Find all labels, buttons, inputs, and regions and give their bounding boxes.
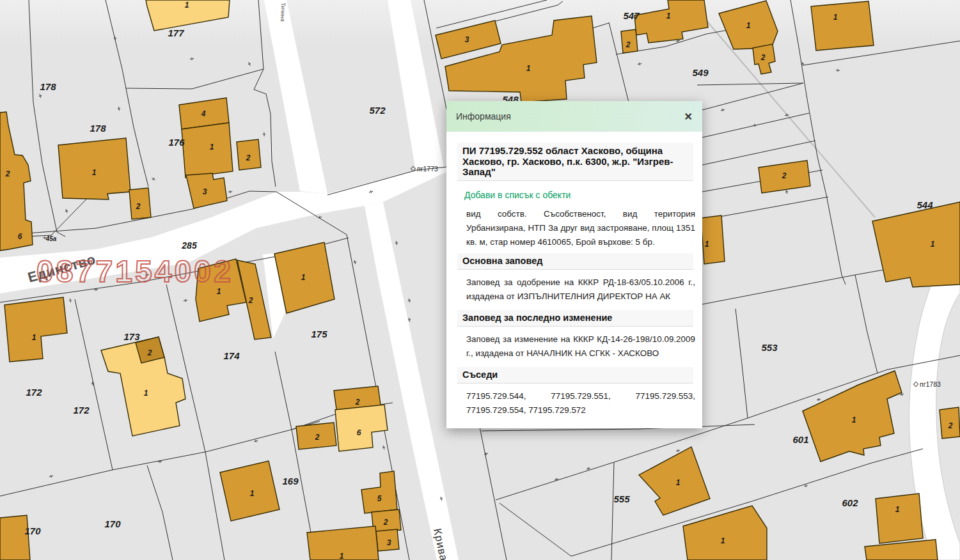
svg-text:3: 3: [387, 538, 391, 547]
svg-text:175: 175: [311, 329, 327, 339]
svg-text:572: 572: [369, 105, 386, 116]
svg-text:6: 6: [18, 232, 22, 241]
svg-text:3: 3: [203, 187, 207, 196]
svg-text:2: 2: [626, 40, 631, 49]
svg-text:170: 170: [24, 525, 41, 536]
svg-text:1: 1: [746, 21, 751, 30]
svg-text:1: 1: [250, 489, 255, 498]
svg-text:1: 1: [301, 273, 306, 282]
svg-text:4: 4: [201, 109, 206, 118]
svg-text:601: 601: [792, 434, 808, 445]
svg-text:1: 1: [931, 240, 935, 249]
svg-text:2: 2: [760, 53, 766, 62]
svg-text:2: 2: [948, 421, 953, 430]
svg-text:1: 1: [676, 478, 681, 487]
svg-text:пг1783: пг1783: [920, 380, 941, 388]
svg-text:547: 547: [623, 10, 640, 21]
svg-text:1: 1: [32, 333, 36, 342]
svg-text:1: 1: [895, 505, 900, 514]
svg-text:2: 2: [246, 153, 251, 162]
svg-text:172: 172: [26, 387, 42, 398]
svg-text:1: 1: [721, 536, 725, 545]
svg-text:1: 1: [852, 416, 856, 424]
svg-text:1: 1: [833, 13, 838, 22]
svg-text:176: 176: [168, 137, 185, 148]
svg-text:2: 2: [315, 433, 320, 442]
svg-text:1: 1: [340, 552, 344, 560]
svg-text:172: 172: [73, 405, 90, 416]
svg-text:1: 1: [666, 12, 671, 20]
svg-text:пг1773: пг1773: [417, 165, 438, 173]
svg-text:170: 170: [104, 518, 121, 529]
svg-text:45a: 45a: [45, 235, 57, 242]
svg-text:169: 169: [282, 476, 299, 486]
svg-text:602: 602: [842, 497, 858, 508]
svg-text:177: 177: [168, 27, 184, 38]
svg-text:1: 1: [144, 389, 148, 398]
svg-text:1: 1: [705, 240, 709, 249]
svg-text:2: 2: [383, 518, 388, 527]
svg-text:178: 178: [90, 123, 106, 134]
svg-text:1: 1: [217, 287, 221, 296]
svg-text:555: 555: [613, 494, 630, 504]
svg-text:2: 2: [147, 348, 152, 357]
svg-text:2: 2: [355, 398, 360, 407]
svg-text:Тичина: Тичина: [279, 3, 287, 22]
svg-text:1: 1: [92, 168, 97, 177]
svg-text:174: 174: [223, 350, 240, 361]
svg-text:178: 178: [40, 81, 56, 92]
svg-text:2: 2: [5, 169, 10, 178]
svg-text:1: 1: [185, 1, 189, 10]
svg-text:6: 6: [357, 428, 361, 437]
svg-text:2: 2: [248, 296, 253, 305]
svg-text:0877154002: 0877154002: [36, 254, 233, 288]
svg-text:544: 544: [917, 199, 933, 210]
svg-text:2: 2: [782, 171, 787, 180]
svg-text:1: 1: [526, 64, 531, 73]
svg-text:2: 2: [136, 202, 141, 211]
svg-text:1: 1: [210, 143, 214, 152]
svg-text:285: 285: [181, 240, 197, 251]
svg-text:549: 549: [692, 67, 709, 78]
svg-text:173: 173: [123, 331, 140, 342]
svg-text:5: 5: [377, 494, 382, 503]
svg-text:553: 553: [761, 342, 778, 353]
svg-text:3: 3: [465, 35, 469, 44]
